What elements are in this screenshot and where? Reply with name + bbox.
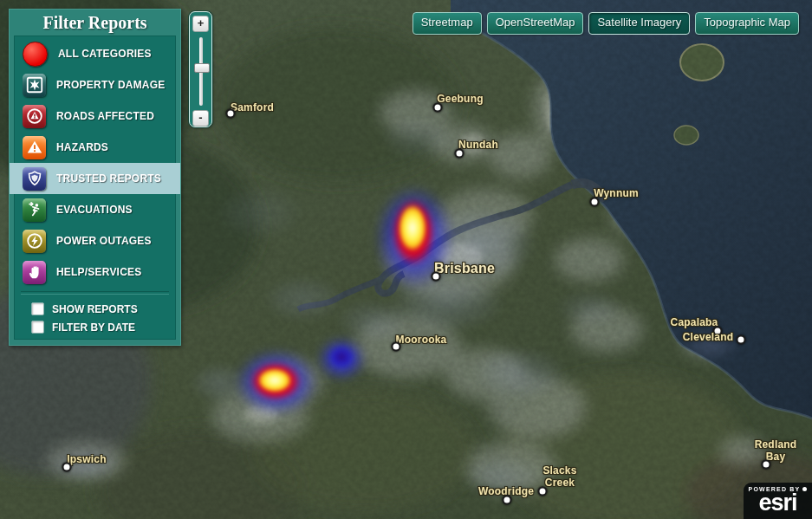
zoom-in-button[interactable]: + [192, 16, 209, 32]
heatmap-blob-brisbane-north [386, 189, 441, 276]
esri-logo: esri [744, 492, 812, 514]
basemap-button-streetmap[interactable]: Streetmap [412, 12, 482, 35]
heatmap-haze [542, 282, 637, 334]
basemap-button-satellite-imagery[interactable]: Satellite Imagery [588, 12, 690, 35]
filter-item-label: EVACUATIONS [56, 204, 133, 216]
map-place-label: Slacks Creek [542, 464, 576, 489]
filter-item-label: POWER OUTAGES [56, 235, 152, 247]
filter-item-label: ALL CATEGORIES [58, 48, 152, 60]
heatmap-blob-mid-west [325, 343, 358, 372]
map-place-label: Moorooka [396, 334, 447, 346]
zoom-slider-handle[interactable] [194, 63, 210, 73]
heatmap-blob-southwest [243, 356, 309, 406]
filter-item-evacuations[interactable]: EVACUATIONS [14, 194, 176, 225]
divider [21, 291, 169, 295]
esri-attribution[interactable]: POWERED BY esri [744, 483, 812, 519]
map-place-label: Woodridge [478, 485, 534, 497]
basemap-switcher: Streetmap OpenStreetMap Satellite Imager… [412, 12, 799, 35]
show-reports-checkbox-row[interactable]: SHOW REPORTS [14, 300, 176, 318]
heatmap-blob-southwest [219, 336, 334, 428]
zoom-slider-track[interactable] [199, 37, 203, 106]
checkbox-label: SHOW REPORTS [52, 303, 138, 315]
zoom-out-button[interactable]: - [192, 110, 209, 127]
heatmap-haze [364, 263, 529, 345]
filter-item-property-damage[interactable]: PROPERTY DAMAGE [14, 69, 176, 101]
filter-item-label: PROPERTY DAMAGE [56, 79, 165, 91]
filter-item-label: ROADS AFFECTED [56, 110, 154, 122]
place-marker [590, 198, 600, 207]
filter-reports-panel: Filter Reports ALL CATEGORIES PROPERTY D… [9, 9, 181, 346]
place-marker [433, 103, 443, 113]
map-place-label: Capalaba [671, 316, 718, 328]
filter-by-date-checkbox-row[interactable]: FILTER BY DATE [14, 318, 176, 336]
zoom-control: + - [189, 11, 212, 127]
map-place-label: Redland Bay [755, 438, 797, 463]
heatmap-haze [670, 321, 752, 369]
place-marker [226, 109, 236, 119]
power-outages-icon [23, 230, 46, 253]
help-services-icon [23, 261, 46, 284]
map-place-label: Cleveland [683, 331, 734, 343]
heatmap-haze [455, 336, 585, 410]
place-marker [538, 487, 548, 496]
place-marker [392, 342, 401, 352]
trusted-reports-icon [23, 167, 46, 191]
basemap-button-openstreetmap[interactable]: OpenStreetMap [487, 12, 584, 35]
evacuations-icon [23, 198, 46, 222]
filter-by-date-checkbox[interactable] [31, 321, 44, 334]
map-place-label: Ipswich [67, 453, 106, 465]
filter-item-label: TRUSTED REPORTS [56, 172, 161, 185]
heatmap-blob-brisbane-north [360, 165, 469, 310]
filter-item-power-outages[interactable]: POWER OUTAGES [14, 225, 176, 256]
roads-affected-icon [23, 105, 46, 128]
map-place-label: Brisbane [434, 261, 495, 276]
property-damage-icon [23, 74, 46, 97]
place-marker [432, 272, 441, 282]
filter-item-help-services[interactable]: HELP/SERVICES [14, 256, 176, 288]
filter-item-label: HAZARDS [56, 141, 108, 153]
basemap-button-topographic-map[interactable]: Topographic Map [695, 12, 799, 35]
heatmap-haze [396, 192, 561, 296]
heatmap-haze [364, 108, 468, 169]
filter-item-trusted-reports[interactable]: TRUSTED REPORTS [10, 163, 180, 194]
heatmap-haze [199, 173, 321, 251]
map-application: SamfordGeebungNundahWynnumBrisbaneMooroo… [0, 0, 812, 519]
map-place-label: Nundah [458, 139, 498, 151]
filter-item-roads-affected[interactable]: ROADS AFFECTED [14, 101, 176, 132]
heatmap-haze [39, 442, 134, 490]
heatmap-haze [178, 355, 264, 412]
filter-item-hazards[interactable]: HAZARDS [14, 132, 176, 163]
hazards-icon [23, 136, 46, 159]
filter-category-list: ALL CATEGORIES PROPERTY DAMAGE ROADS AFF… [14, 36, 176, 340]
place-marker [62, 463, 72, 472]
heatmap-blob-mid-west [309, 329, 374, 388]
filter-item-all-categories[interactable]: ALL CATEGORIES [14, 38, 176, 69]
heatmap-haze [247, 267, 360, 332]
checkbox-label: FILTER BY DATE [52, 321, 135, 334]
place-marker [737, 335, 746, 345]
place-marker [762, 460, 771, 470]
place-marker [503, 496, 512, 505]
map-place-label: Geebung [437, 93, 483, 105]
place-marker [713, 327, 723, 336]
map-place-label: Wynnum [594, 187, 639, 199]
show-reports-checkbox[interactable] [31, 302, 44, 315]
panel-title: Filter Reports [10, 10, 180, 36]
heatmap-haze [321, 290, 425, 351]
heatmap-haze [446, 449, 559, 505]
map-place-label: Samford [231, 101, 274, 114]
place-marker [455, 149, 464, 159]
filter-item-label: HELP/SERVICES [56, 266, 141, 278]
all-categories-icon [23, 42, 48, 67]
heatmap-blob-brisbane-north [395, 199, 430, 256]
heatmap-blob-southwest [254, 366, 296, 395]
esri-globe-dot-icon [802, 487, 807, 491]
